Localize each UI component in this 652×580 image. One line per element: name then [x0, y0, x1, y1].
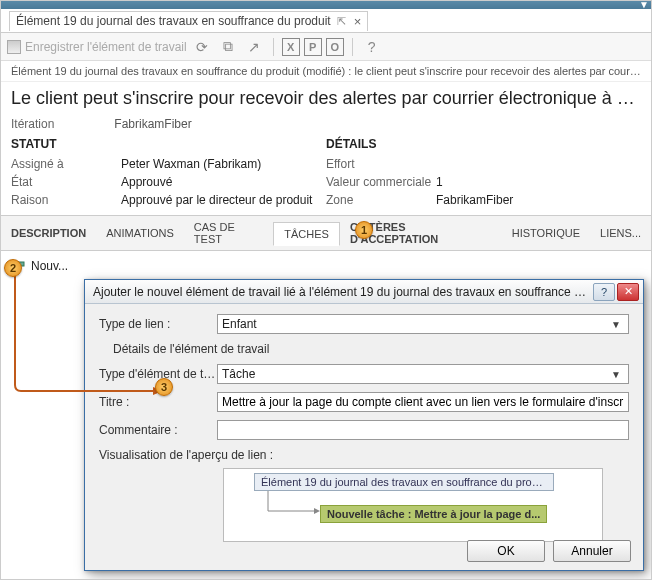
- cancel-button[interactable]: Annuler: [553, 540, 631, 562]
- save-label: Enregistrer l'élément de travail: [25, 40, 187, 54]
- status-heading: STATUT: [11, 137, 326, 151]
- tab-history[interactable]: HISTORIQUE: [502, 222, 590, 244]
- page-title: Le client peut s'inscrire pour recevoir …: [1, 82, 651, 117]
- add-linked-item-dialog: Ajouter le nouvel élément de travail lié…: [84, 279, 644, 571]
- zone-label: Zone: [326, 193, 436, 207]
- chevron-down-icon: ▼: [611, 369, 624, 380]
- title-field-label: Titre :: [99, 395, 217, 409]
- new-link-label[interactable]: Nouv...: [31, 259, 68, 273]
- save-button[interactable]: Enregistrer l'élément de travail: [7, 40, 187, 54]
- callout-badge-1: 1: [355, 221, 373, 239]
- chevron-down-icon[interactable]: ▼: [639, 0, 649, 10]
- save-icon: [7, 40, 21, 54]
- iteration-row: Itération FabrikamFiber: [1, 117, 651, 137]
- item-type-select[interactable]: Tâche ▼: [217, 364, 629, 384]
- tab-title: Élément 19 du journal des travaux en sou…: [16, 14, 331, 28]
- tab-links[interactable]: LIENS...: [590, 222, 651, 244]
- comment-input[interactable]: [217, 420, 629, 440]
- state-value[interactable]: Approuvé: [121, 175, 172, 189]
- dialog-titlebar[interactable]: Ajouter le nouvel élément de travail lié…: [85, 280, 643, 304]
- document-tab[interactable]: Élément 19 du journal des travaux en sou…: [9, 11, 368, 31]
- link-type-value: Enfant: [222, 317, 257, 331]
- callout-badge-2: 2: [4, 259, 22, 277]
- dialog-help-button[interactable]: ?: [593, 283, 615, 301]
- comment-field-label: Commentaire :: [99, 423, 217, 437]
- link-type-label: Type de lien :: [99, 317, 217, 331]
- assigned-label: Assigné à: [11, 157, 121, 171]
- section-tabs: DESCRIPTION ANIMATIONS CAS DE TEST TÂCHE…: [1, 215, 651, 251]
- box-o-icon[interactable]: O: [326, 38, 344, 56]
- refresh-icon[interactable]: ⟳: [191, 36, 213, 58]
- tab-animations[interactable]: ANIMATIONS: [96, 222, 184, 244]
- link-type-select[interactable]: Enfant ▼: [217, 314, 629, 334]
- preview-parent-item[interactable]: Élément 19 du journal des travaux en sou…: [254, 473, 554, 491]
- open-icon[interactable]: ↗: [243, 36, 265, 58]
- preview-label: Visualisation de l'aperçu de lien :: [99, 448, 273, 462]
- details-heading: DÉTAILS: [326, 137, 641, 151]
- state-label: État: [11, 175, 121, 189]
- bizval-label: Valeur commerciale: [326, 175, 436, 189]
- dialog-title: Ajouter le nouvel élément de travail lié…: [93, 285, 591, 299]
- box-p-icon[interactable]: P: [304, 38, 322, 56]
- toolbar: Enregistrer l'élément de travail ⟳ ⧉ ↗ X…: [1, 33, 651, 61]
- copy-icon[interactable]: ⧉: [217, 36, 239, 58]
- toolbar-separator: [273, 38, 274, 56]
- effort-label: Effort: [326, 157, 436, 171]
- iteration-value[interactable]: FabrikamFiber: [114, 117, 191, 131]
- zone-value[interactable]: FabrikamFiber: [436, 193, 513, 207]
- reason-label: Raison: [11, 193, 121, 207]
- task-sub-toolbar: Nouv...: [1, 251, 651, 280]
- preview-child-item[interactable]: Nouvelle tâche : Mettre à jour la page d…: [320, 505, 547, 523]
- link-preview-box: Élément 19 du journal des travaux en sou…: [223, 468, 603, 542]
- dialog-close-button[interactable]: ✕: [617, 283, 639, 301]
- item-type-value: Tâche: [222, 367, 255, 381]
- tab-close-icon[interactable]: ×: [354, 14, 362, 29]
- tab-test-cases[interactable]: CAS DE TEST: [184, 216, 273, 250]
- help-icon[interactable]: ?: [361, 36, 383, 58]
- reason-value[interactable]: Approuvé par le directeur de produit: [121, 193, 312, 207]
- breadcrumb: Élément 19 du journal des travaux en sou…: [1, 61, 651, 82]
- window-top-strip: ▼: [1, 1, 651, 9]
- section-details-label: Détails de l'élément de travail: [113, 342, 629, 356]
- chevron-down-icon: ▼: [611, 319, 624, 330]
- box-x-icon[interactable]: X: [282, 38, 300, 56]
- tab-description[interactable]: DESCRIPTION: [1, 222, 96, 244]
- bizval-value[interactable]: 1: [436, 175, 443, 189]
- toolbar-separator: [352, 38, 353, 56]
- title-input[interactable]: [217, 392, 629, 412]
- ok-button[interactable]: OK: [467, 540, 545, 562]
- iteration-label: Itération: [11, 117, 111, 131]
- pin-icon[interactable]: ⇱: [337, 15, 346, 28]
- callout-badge-3: 3: [155, 378, 173, 396]
- assigned-value[interactable]: Peter Waxman (Fabrikam): [121, 157, 261, 171]
- tab-tasks[interactable]: TÂCHES: [273, 222, 340, 246]
- document-tab-bar: Élément 19 du journal des travaux en sou…: [1, 9, 651, 33]
